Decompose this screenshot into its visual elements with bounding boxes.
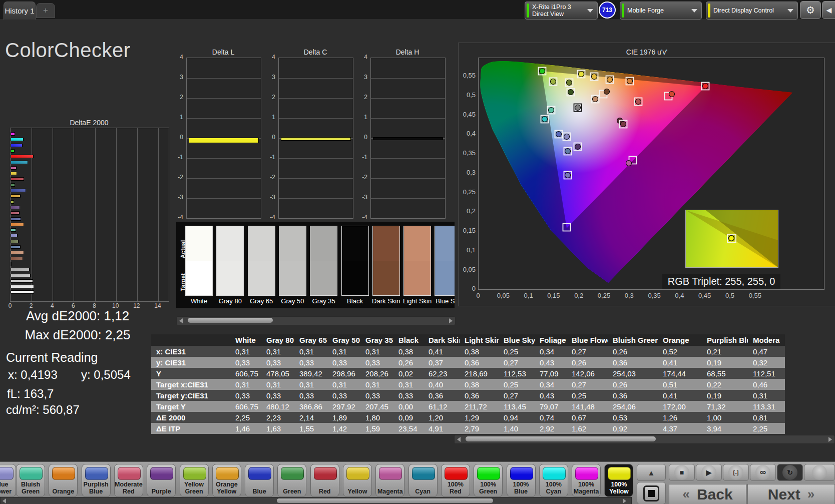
next-button[interactable]: Next » (747, 484, 835, 504)
swatch-gray-80 (216, 226, 244, 296)
column-header: Gray 35 (360, 334, 393, 346)
pattern-list-up-button[interactable]: ▲ (637, 464, 666, 481)
patch-button-100-cyan[interactable]: 100%Cyan (539, 464, 568, 497)
table-cell: 0,33 (230, 390, 261, 401)
de2000-bar-blue-sky (11, 245, 21, 249)
add-tab-button[interactable]: + (36, 3, 55, 18)
patch-button-orange-yellow[interactable]: OrangeYellow (212, 464, 241, 497)
delta-l-chart (186, 58, 261, 219)
scroll-left-icon[interactable] (457, 437, 461, 442)
table-cell: 0,31 (360, 379, 393, 390)
column-header: Orange (658, 334, 702, 346)
table-row: x: CIE310,310,310,310,310,310,380,410,38… (151, 346, 785, 357)
table-cell: 0,31 (261, 379, 294, 390)
patch-color-chip (118, 467, 141, 480)
delta-y-tick: 4 (171, 54, 183, 61)
patch-button-blue-flower[interactable]: BlueFlower (0, 464, 16, 497)
back-button[interactable]: « Back (669, 484, 746, 504)
patch-button-purple[interactable]: Purple (147, 464, 176, 497)
pattern-scrollbar[interactable] (0, 497, 632, 504)
cie-measured-dot (568, 90, 574, 95)
delta-y-tick: 0 (355, 134, 367, 141)
cie-y-tick: 0,35 (459, 149, 476, 157)
table-cell: 0,33 (393, 390, 424, 401)
reading-cdm2-value: cd/m²: 560,87 (6, 403, 80, 417)
continuous-button[interactable]: ∞ (750, 464, 776, 481)
scroll-right-icon[interactable] (449, 318, 453, 323)
patch-button-green[interactable]: Green (277, 464, 306, 497)
patch-button-100-blue[interactable]: 100%Blue (507, 464, 536, 497)
cie-chart-title: CIE 1976 u'v' (459, 48, 835, 56)
patch-color-chip (52, 467, 75, 480)
cie-measured-dot (565, 149, 571, 154)
loop-button[interactable]: ↻ (777, 464, 803, 481)
inset-measured-dot (729, 236, 734, 241)
scroll-right-icon[interactable] (623, 498, 626, 503)
cie-x-tick: 0,55 (745, 292, 765, 299)
collapse-panel-button[interactable]: ◀ (822, 1, 835, 19)
cie-y-tick: 0 (459, 285, 476, 292)
pattern-scrollbar-thumb[interactable] (277, 498, 493, 503)
cie-measured-dot (549, 108, 554, 113)
table-cell: 0,31 (360, 346, 393, 357)
delta-y-tick: -2 (355, 174, 367, 181)
de2000-bar-white (11, 290, 34, 294)
play-button[interactable]: ▶ (696, 464, 722, 481)
patch-button-100-green[interactable]: 100%Green (474, 464, 503, 497)
patch-button-orange[interactable]: Orange (49, 464, 78, 497)
display-control-selector[interactable]: Direct Display Control (706, 2, 798, 20)
patch-button-red[interactable]: Red (310, 464, 339, 497)
patch-label: OrangeYellow (213, 481, 241, 495)
stop-button[interactable]: ■ (669, 464, 695, 481)
table-cell: 0,36 (460, 390, 499, 401)
table-cell: 0,38 (393, 346, 424, 357)
pattern-source-selector[interactable]: Mobile Forge (620, 2, 702, 20)
table-cell: 0,31 (230, 379, 261, 390)
cie-measured-dot (567, 80, 572, 86)
table-cell: 480,12 (261, 401, 294, 412)
scroll-left-icon[interactable] (3, 498, 6, 503)
scroll-left-icon[interactable] (179, 318, 183, 323)
extra-button[interactable] (804, 464, 835, 481)
tab-history-1[interactable]: History 1 (4, 2, 36, 20)
patch-button-yellow[interactable]: Yellow (343, 464, 372, 497)
patch-button-purplish-blue[interactable]: PurplishBlue (82, 464, 111, 497)
patch-button-100-magenta[interactable]: 100%Magenta (572, 464, 601, 497)
cie-measured-dot (593, 97, 598, 102)
patch-button-100-red[interactable]: 100% Red (441, 464, 470, 497)
patch-button-blue[interactable]: Blue (245, 464, 274, 497)
table-scrollbar-thumb[interactable] (466, 436, 656, 441)
cie-x-tick: 0,1 (519, 292, 539, 299)
patch-button-moderate-red[interactable]: ModerateRed (114, 464, 143, 497)
patch-label: Orange (49, 488, 77, 495)
settings-button[interactable]: ⚙ (800, 1, 821, 19)
swatch-scrollbar-thumb[interactable] (188, 318, 273, 323)
patch-label: 100%Magenta (572, 481, 600, 495)
de2000-bar-cyan (11, 161, 28, 164)
table-scrollbar[interactable] (454, 435, 835, 444)
display-status-icon (708, 4, 710, 18)
patch-color-chip (510, 467, 533, 480)
table-cell: 0,33 (261, 357, 294, 368)
table-cell: 2,14 (294, 412, 327, 423)
patch-label: 100%Yellow (605, 481, 633, 495)
window-patch-button[interactable] (637, 482, 666, 504)
swatch-scrollbar[interactable] (176, 316, 456, 325)
patch-button-magenta[interactable]: Magenta (375, 464, 404, 497)
patch-button-yellow-green[interactable]: YellowGreen (180, 464, 209, 497)
table-cell: 1,55 (294, 423, 327, 434)
swatch-light-skin (403, 226, 431, 296)
table-cell: 23,54 (393, 423, 424, 434)
de2000-bar-100-magenta (11, 132, 15, 136)
patch-button-100-yellow[interactable]: 100%Yellow (604, 464, 633, 497)
patch-color-chip (445, 467, 468, 480)
reading-y-value: y: 0,5054 (81, 368, 131, 382)
meter-count-badge[interactable]: 713 (599, 2, 616, 19)
patch-button-bluish-green[interactable]: BluishGreen (16, 464, 45, 497)
pattern-size-button[interactable]: [-] (723, 464, 749, 481)
scroll-right-icon[interactable] (828, 437, 832, 442)
swatch-dark-skin (372, 226, 400, 296)
patch-button-cyan[interactable]: Cyan (408, 464, 438, 497)
patch-label: Yellow (343, 488, 371, 495)
meter-selector[interactable]: X-Rite i1Pro 3 Direct View (525, 2, 598, 20)
